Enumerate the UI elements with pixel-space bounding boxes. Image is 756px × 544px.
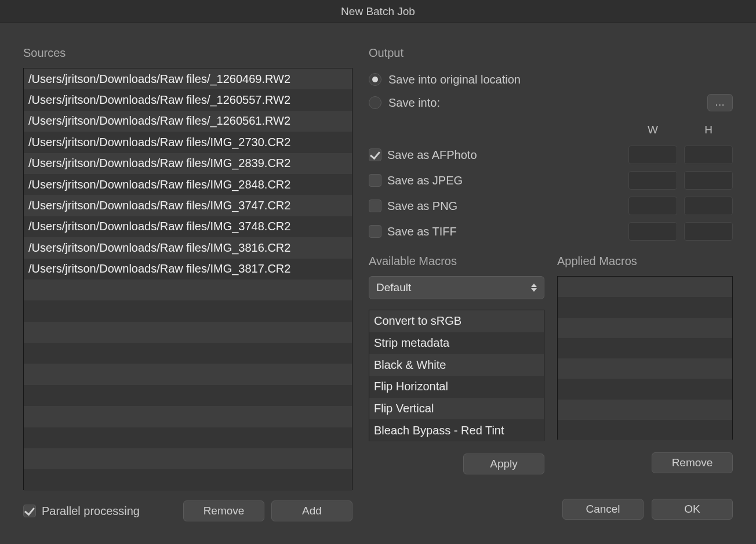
- output-label: Output: [369, 46, 733, 60]
- dropdown-value: Default: [376, 281, 411, 294]
- parallel-processing-label: Parallel processing: [42, 505, 140, 518]
- macro-row[interactable]: Bleach Bypass - Red Tint: [369, 419, 544, 441]
- sources-label: Sources: [23, 46, 352, 60]
- macro-row[interactable]: Strip metadata: [369, 332, 544, 354]
- checkbox-icon: [369, 200, 381, 212]
- save-png-checkbox[interactable]: Save as PNG: [369, 197, 457, 215]
- radio-icon: [369, 73, 381, 86]
- jpeg-height-input[interactable]: [684, 171, 733, 190]
- applied-macro-row[interactable]: [558, 318, 732, 338]
- applied-macros-label: Applied Macros: [557, 255, 733, 268]
- window-title: New Batch Job: [341, 5, 415, 18]
- source-file-row[interactable]: /Users/jritson/Downloads/Raw files/IMG_3…: [24, 216, 352, 237]
- source-file-row[interactable]: /Users/jritson/Downloads/Raw files/_1260…: [24, 68, 352, 89]
- jpeg-width-input[interactable]: [628, 171, 677, 190]
- macro-row[interactable]: Black & White: [369, 354, 544, 376]
- applied-macro-row[interactable]: [558, 400, 732, 420]
- save-afphoto-label: Save as AFPhoto: [387, 148, 477, 162]
- source-file-row[interactable]: [24, 406, 352, 427]
- macro-row[interactable]: Convert to sRGB: [369, 310, 544, 332]
- checkbox-icon: [369, 174, 381, 187]
- source-file-row[interactable]: /Users/jritson/Downloads/Raw files/_1260…: [24, 111, 352, 132]
- browse-button[interactable]: ...: [707, 94, 733, 111]
- source-file-row[interactable]: /Users/jritson/Downloads/Raw files/IMG_2…: [24, 132, 352, 153]
- sources-list[interactable]: /Users/jritson/Downloads/Raw files/_1260…: [23, 68, 352, 490]
- applied-macro-row[interactable]: [558, 358, 732, 379]
- save-tiff-checkbox[interactable]: Save as TIFF: [369, 223, 457, 240]
- afphoto-height-input[interactable]: [684, 146, 733, 164]
- checkbox-icon: [369, 148, 381, 161]
- applied-macro-row[interactable]: [558, 420, 732, 440]
- source-file-row[interactable]: /Users/jritson/Downloads/Raw files/IMG_2…: [24, 153, 352, 174]
- stepper-icon: [530, 284, 538, 292]
- tiff-width-input[interactable]: [628, 222, 677, 241]
- save-into-radio[interactable]: Save into:: [369, 91, 440, 114]
- available-macros-list[interactable]: Convert to sRGBStrip metadataBlack & Whi…: [369, 310, 544, 441]
- save-into-label: Save into:: [388, 96, 440, 110]
- parallel-processing-checkbox[interactable]: Parallel processing: [23, 502, 140, 520]
- macro-row[interactable]: Flip Vertical: [369, 398, 544, 420]
- source-file-row[interactable]: /Users/jritson/Downloads/Raw files/IMG_3…: [24, 195, 352, 216]
- cancel-button[interactable]: Cancel: [562, 499, 644, 520]
- applied-macro-row[interactable]: [558, 338, 732, 358]
- source-file-row[interactable]: [24, 427, 352, 448]
- checkbox-icon: [23, 505, 36, 517]
- width-header: W: [628, 124, 677, 136]
- window-titlebar: New Batch Job: [0, 0, 756, 23]
- save-jpeg-label: Save as JPEG: [387, 174, 463, 187]
- available-macros-label: Available Macros: [369, 255, 544, 268]
- source-file-row[interactable]: [24, 364, 352, 385]
- remove-source-button[interactable]: Remove: [183, 501, 264, 521]
- macro-category-dropdown[interactable]: Default: [369, 276, 544, 299]
- source-file-row[interactable]: [24, 322, 352, 343]
- source-file-row[interactable]: /Users/jritson/Downloads/Raw files/IMG_3…: [24, 259, 352, 280]
- png-width-input[interactable]: [628, 197, 677, 215]
- tiff-height-input[interactable]: [684, 222, 733, 241]
- source-file-row[interactable]: [24, 280, 352, 300]
- save-original-radio[interactable]: Save into original location: [369, 68, 733, 91]
- source-file-row[interactable]: [24, 385, 352, 406]
- save-original-label: Save into original location: [388, 73, 521, 86]
- png-height-input[interactable]: [684, 197, 733, 215]
- source-file-row[interactable]: [24, 300, 352, 321]
- add-source-button[interactable]: Add: [271, 501, 352, 521]
- remove-macro-button[interactable]: Remove: [652, 452, 733, 473]
- save-tiff-label: Save as TIFF: [387, 225, 457, 238]
- afphoto-width-input[interactable]: [628, 146, 677, 164]
- source-file-row[interactable]: /Users/jritson/Downloads/Raw files/IMG_2…: [24, 174, 352, 195]
- save-png-label: Save as PNG: [387, 200, 457, 213]
- save-afphoto-checkbox[interactable]: Save as AFPhoto: [369, 146, 477, 164]
- source-file-row[interactable]: /Users/jritson/Downloads/Raw files/_1260…: [24, 89, 352, 110]
- save-jpeg-checkbox[interactable]: Save as JPEG: [369, 172, 463, 189]
- source-file-row[interactable]: [24, 448, 352, 469]
- radio-icon: [369, 96, 381, 109]
- applied-macro-row[interactable]: [558, 297, 732, 317]
- applied-macro-row[interactable]: [558, 379, 732, 399]
- apply-macro-button[interactable]: Apply: [463, 454, 544, 474]
- source-file-row[interactable]: [24, 469, 352, 490]
- applied-macros-list[interactable]: [557, 276, 733, 440]
- macro-row[interactable]: Flip Horizontal: [369, 376, 544, 398]
- source-file-row[interactable]: [24, 343, 352, 364]
- wh-header: W H: [369, 124, 733, 136]
- source-file-row[interactable]: /Users/jritson/Downloads/Raw files/IMG_3…: [24, 237, 352, 258]
- applied-macro-row[interactable]: [558, 277, 732, 297]
- checkbox-icon: [369, 225, 381, 238]
- ok-button[interactable]: OK: [652, 499, 733, 520]
- height-header: H: [684, 124, 733, 136]
